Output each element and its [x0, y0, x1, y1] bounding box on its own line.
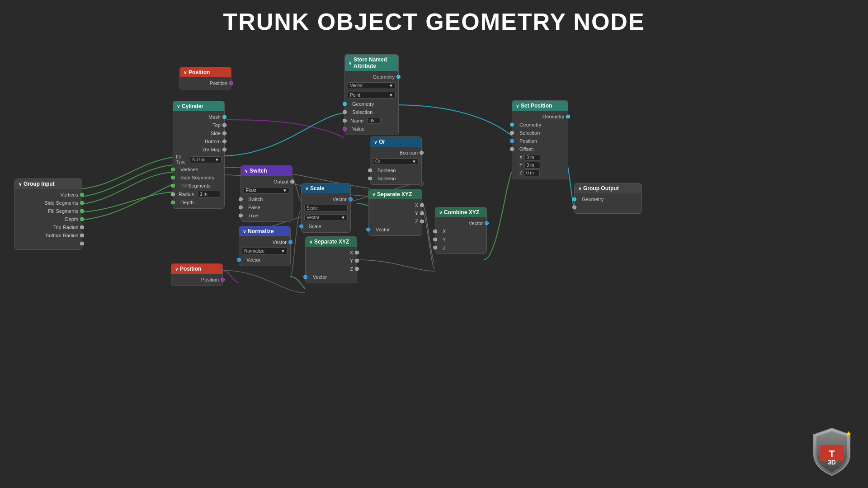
- socket-cz-in: [433, 246, 437, 250]
- connections-svg: [0, 41, 868, 488]
- node-row: Bottom: [173, 137, 224, 145]
- node-row: Top Radius: [15, 223, 82, 231]
- socket-extra-out: [80, 242, 84, 246]
- position1-node: ∨ Position Position: [179, 67, 231, 89]
- float-dropdown[interactable]: Float▼: [244, 187, 289, 194]
- normalize-header: ∨ Normalize: [239, 226, 290, 236]
- node-row: Point▼: [345, 90, 398, 100]
- scale-header: ∨ Scale: [302, 183, 350, 193]
- socket-pos2-out: [221, 278, 225, 282]
- socket-scale-in: [299, 225, 303, 229]
- node-row: Y: [306, 257, 357, 265]
- socket-vertices-out: [80, 193, 84, 197]
- row-label: Side Segments: [44, 200, 78, 206]
- socket-side-seg-in: [171, 176, 175, 180]
- socket-cx-in: [433, 230, 437, 234]
- vector-type-dropdown[interactable]: Vector▼: [304, 214, 348, 221]
- socket-setpos-offset-in: [510, 147, 514, 151]
- socket-x2-out: [355, 251, 359, 255]
- node-row: Z: [368, 217, 422, 225]
- node-row: Value: [345, 125, 398, 133]
- socket-pos1-out: [229, 81, 233, 85]
- sep-xyz2-label: Separate XYZ: [314, 239, 349, 245]
- socket-setpos-geom-in: [510, 123, 514, 127]
- socket-uv-out: [222, 148, 226, 152]
- set-position-header: ∨ Set Position: [512, 101, 568, 111]
- socket-vector2-in: [303, 275, 307, 279]
- socket-y1-out: [420, 211, 424, 216]
- socket-top-radius-out: [80, 225, 84, 230]
- socket-normalize-out: [288, 240, 292, 244]
- or-node: ∨ Or Boolean Or▼ Boolean Boolean: [370, 136, 422, 185]
- node-row: Side: [173, 129, 224, 137]
- store-named-attr-node: ∨ Store Named Attribute Geometry Vector▼…: [344, 54, 399, 135]
- normalize-dropdown[interactable]: Normalize▼: [242, 248, 288, 254]
- position1-body: Position: [180, 77, 231, 89]
- socket-selection-in: [343, 110, 347, 114]
- node-row: False: [241, 203, 292, 211]
- node-row: Name uv: [345, 116, 398, 125]
- node-row: Vector: [239, 256, 290, 264]
- node-row: Vector▼: [345, 81, 398, 90]
- node-row: Y: [435, 235, 486, 244]
- scale-dropdown[interactable]: Scale: [304, 205, 348, 211]
- svg-text:T: T: [829, 448, 835, 460]
- combine-xyz-label: Combine XYZ: [444, 209, 479, 216]
- node-row: Output: [241, 178, 292, 186]
- svg-text:★: ★: [845, 430, 852, 437]
- vector-dropdown[interactable]: Vector▼: [348, 82, 396, 89]
- scale-node: ∨ Scale Vector Scale Vector▼ Scale: [301, 183, 351, 233]
- store-named-attr-header: ∨ Store Named Attribute: [345, 55, 398, 71]
- row-label: Fill Segments: [48, 208, 78, 214]
- svg-text:3D: 3D: [828, 459, 836, 466]
- normalize-node: ∨ Normalize Vector Normalize▼ Vector: [239, 226, 291, 266]
- socket-radius-in: [171, 192, 175, 196]
- set-position-node: ∨ Set Position Geometry Geometry Selecti…: [512, 100, 568, 179]
- node-row: Position: [512, 137, 568, 145]
- or-dropdown[interactable]: Or▼: [373, 158, 419, 165]
- node-row: Vector▼: [302, 213, 350, 222]
- node-row: Geometry: [575, 195, 642, 203]
- sep-xyz1-header: ∨ Separate XYZ: [368, 189, 422, 199]
- socket-top-out: [222, 123, 226, 127]
- point-dropdown[interactable]: Point▼: [348, 92, 396, 99]
- cylinder-label: Cylinder: [182, 103, 203, 109]
- position2-node: ∨ Position Position: [171, 263, 223, 286]
- node-row: X: [435, 227, 486, 235]
- chevron-icon: ∨: [19, 182, 22, 187]
- node-row: Or▼: [370, 157, 421, 166]
- position1-header: ∨ Position: [180, 67, 231, 77]
- node-row: Side Segments: [173, 174, 224, 182]
- node-row: Vector: [306, 273, 357, 281]
- group-input-header: ∨ Group Input: [15, 179, 82, 189]
- socket-x1-out: [420, 203, 424, 207]
- group-output-body: Geometry: [575, 193, 642, 213]
- switch-body: Output Float▼ Switch False True: [241, 176, 292, 221]
- node-row: Normalize▼: [239, 246, 290, 256]
- sep-xyz2-header: ∨ Separate XYZ: [306, 237, 357, 247]
- node-row: X: [306, 249, 357, 257]
- position2-body: Position: [171, 274, 222, 286]
- scale-body: Vector Scale Vector▼ Scale: [302, 193, 350, 232]
- socket-false-in: [239, 206, 243, 210]
- sep-xyz1-label: Separate XYZ: [377, 191, 412, 197]
- socket-fill-seg-in: [171, 184, 175, 188]
- store-named-attr-body: Geometry Vector▼ Point▼ Geometry Selecti…: [345, 71, 398, 135]
- node-row: Fill Segments: [173, 182, 224, 190]
- socket-y2-out: [355, 259, 359, 263]
- node-row: Offset:: [512, 145, 568, 153]
- socket-fill-seg-out: [80, 209, 84, 213]
- node-row: Z: [435, 244, 486, 252]
- position1-label: Position: [189, 69, 210, 75]
- logo: T 3D ★: [805, 425, 859, 479]
- socket-mesh-out: [222, 115, 226, 119]
- row-label: Depth: [65, 216, 78, 222]
- separate-xyz2-node: ∨ Separate XYZ X Y Z Vector: [305, 236, 357, 283]
- node-row: UV Map: [173, 145, 224, 154]
- node-row: Scale: [302, 203, 350, 213]
- fill-type-dropdown[interactable]: N-Gon▼: [190, 156, 222, 163]
- or-body: Boolean Or▼ Boolean Boolean: [370, 147, 421, 184]
- node-row: Geometry: [345, 100, 398, 108]
- socket-output-out: [290, 180, 294, 184]
- node-row: Radius 1 m: [173, 190, 224, 198]
